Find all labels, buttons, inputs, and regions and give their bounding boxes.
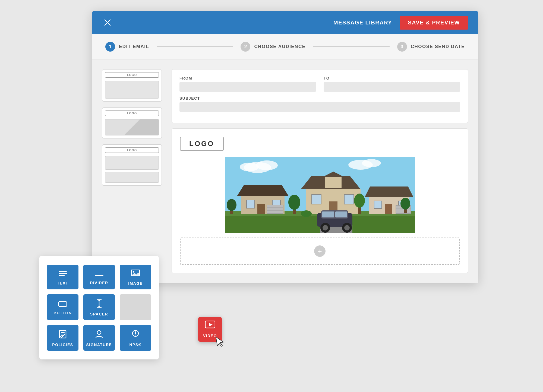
svg-marker-57 [131, 273, 140, 276]
plus-icon: + [318, 247, 322, 255]
thumb-3-image-top [105, 156, 159, 170]
svg-rect-51 [59, 271, 67, 272]
svg-rect-66 [61, 334, 65, 334]
svg-point-7 [362, 159, 381, 167]
nps-component[interactable]: NPS® [120, 325, 151, 351]
step-1-label: EDIT EMAIL [119, 44, 149, 49]
subject-label: SUBJECT [179, 96, 460, 100]
svg-point-4 [256, 160, 278, 170]
video-drag-item[interactable]: VIDEO [198, 317, 222, 342]
divider-icon [95, 270, 103, 278]
svg-rect-15 [312, 195, 321, 204]
svg-point-46 [323, 225, 328, 230]
svg-rect-50 [335, 211, 347, 217]
step-1-circle: 1 [105, 42, 115, 52]
nps-label: NPS® [129, 343, 141, 347]
template-thumb-3[interactable]: LOGO [102, 144, 162, 186]
step-3: 3 CHOOSE SEND DATE [397, 42, 465, 52]
header-right: MESSAGE LIBRARY SAVE & PREVIEW [333, 16, 468, 30]
svg-rect-13 [325, 177, 342, 188]
svg-rect-28 [267, 205, 283, 214]
svg-rect-65 [61, 332, 65, 333]
svg-rect-53 [59, 275, 65, 276]
house-svg [180, 157, 460, 233]
svg-point-48 [344, 225, 350, 230]
thumb-3-logo: LOGO [105, 147, 159, 153]
logo-block: LOGO [180, 137, 224, 151]
signature-label: SIGNATURE [86, 343, 112, 347]
step-2-circle: 2 [241, 42, 250, 52]
modal-body: LOGO LOGO LOGO FROM [92, 59, 478, 283]
svg-marker-19 [237, 185, 289, 196]
from-to-row: FROM TO [179, 76, 460, 92]
thumb-1-image [105, 81, 159, 99]
thumb-1-logo: LOGO [105, 72, 159, 78]
step-line-1 [157, 46, 233, 47]
button-label: BUTTON [53, 311, 72, 315]
svg-rect-27 [385, 204, 392, 214]
email-editor-modal: MESSAGE LIBRARY SAVE & PREVIEW 1 EDIT EM… [92, 11, 478, 283]
svg-point-41 [301, 210, 312, 217]
step-line-2 [313, 46, 390, 47]
step-3-circle: 3 [397, 42, 407, 52]
signature-icon [95, 330, 103, 340]
svg-rect-25 [374, 201, 382, 208]
add-block-button[interactable]: + [314, 245, 326, 257]
component-grid: TEXT DIVIDER IMAGE [47, 265, 151, 351]
svg-rect-16 [344, 195, 354, 204]
to-field-group: TO [324, 76, 460, 92]
template-thumb-1[interactable]: LOGO [102, 69, 162, 102]
drop-zone[interactable]: + [180, 238, 460, 265]
button-component[interactable]: BUTTON [47, 294, 78, 320]
step-1: 1 EDIT EMAIL [105, 42, 149, 52]
save-preview-button[interactable]: SAVE & PREVIEW [400, 16, 468, 30]
from-field-group: FROM [179, 76, 316, 92]
spacer-icon [96, 299, 102, 309]
close-button[interactable] [102, 17, 113, 28]
message-library-button[interactable]: MESSAGE LIBRARY [333, 20, 392, 26]
svg-marker-73 [209, 323, 213, 327]
thumb-2-image [105, 119, 159, 135]
from-input[interactable] [179, 82, 316, 92]
svg-rect-58 [59, 302, 67, 306]
image-component[interactable]: IMAGE [120, 265, 151, 289]
svg-marker-63 [98, 306, 100, 307]
svg-point-5 [240, 163, 259, 171]
text-icon [58, 270, 67, 278]
empty-slot [120, 294, 151, 320]
video-play-icon [205, 321, 215, 331]
step-2-label: CHOOSE AUDIENCE [254, 44, 305, 49]
svg-rect-22 [257, 204, 265, 214]
email-canvas: LOGO [172, 128, 468, 273]
svg-rect-54 [95, 275, 103, 276]
policies-component[interactable]: POLICIES [47, 325, 78, 351]
subject-row: SUBJECT [179, 96, 460, 112]
email-editor-panel: FROM TO SUBJECT LOGO [172, 69, 468, 273]
svg-rect-52 [59, 273, 67, 274]
video-label: VIDEO [203, 334, 217, 338]
svg-point-40 [400, 198, 410, 210]
email-fields-container: FROM TO SUBJECT [172, 69, 468, 123]
image-icon [131, 270, 140, 279]
text-component[interactable]: TEXT [47, 265, 78, 289]
to-label: TO [324, 76, 460, 80]
svg-point-38 [227, 199, 236, 211]
policies-icon [59, 330, 67, 340]
template-thumb-2[interactable]: LOGO [102, 108, 162, 138]
divider-label: DIVIDER [90, 281, 108, 285]
spacer-component[interactable]: SPACER [83, 294, 115, 320]
svg-point-68 [97, 331, 101, 334]
step-3-label: CHOOSE SEND DATE [411, 44, 465, 49]
svg-marker-24 [365, 186, 413, 197]
subject-input[interactable] [179, 102, 460, 112]
close-icon [104, 19, 111, 26]
template-panel: LOGO LOGO LOGO [102, 69, 162, 273]
svg-rect-49 [322, 211, 334, 217]
signature-component[interactable]: SIGNATURE [83, 325, 115, 351]
to-input[interactable] [324, 82, 460, 92]
svg-point-71 [135, 335, 136, 336]
thumb-3-image-bottom [105, 172, 159, 183]
from-label: FROM [179, 76, 316, 80]
divider-component[interactable]: DIVIDER [83, 265, 115, 289]
component-panel: TEXT DIVIDER IMAGE [39, 256, 159, 359]
